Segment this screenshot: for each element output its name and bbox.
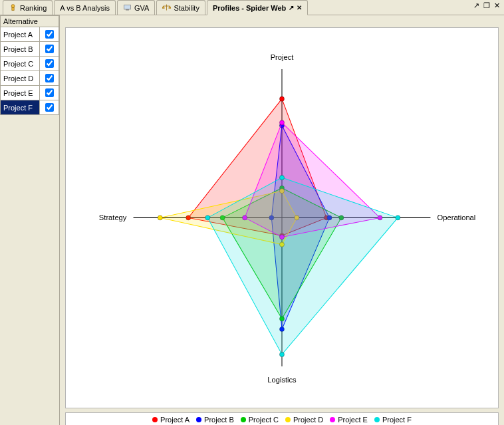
legend-swatch [285, 417, 291, 422]
close-tab-icon[interactable]: ✕ [297, 4, 302, 11]
scale-icon [162, 3, 171, 12]
data-point [205, 215, 210, 220]
svg-point-0 [11, 5, 15, 8]
alternative-checkbox-cell[interactable] [40, 42, 59, 57]
axis-label-bottom: Logistics [267, 376, 297, 384]
table-row[interactable]: Project D [1, 71, 59, 86]
alternative-checkbox-cell[interactable] [40, 27, 59, 42]
body: Alternative Project AProject BProject CP… [0, 15, 504, 425]
table-row[interactable]: Project B [1, 42, 59, 57]
tab-label: GVA [134, 4, 149, 12]
table-row[interactable]: Project F [1, 100, 59, 115]
alternative-checkbox[interactable] [45, 59, 54, 68]
legend: Project AProject BProject CProject DProj… [65, 412, 499, 425]
legend-item[interactable]: Project E [330, 416, 368, 424]
tab-gva[interactable]: GVA [117, 0, 155, 15]
alternative-checkbox[interactable] [45, 103, 54, 112]
alternatives-table: Alternative Project AProject BProject CP… [0, 15, 59, 115]
legend-label: Project F [382, 416, 412, 424]
axis-label-left: Strategy [99, 213, 127, 221]
alternative-checkbox-cell[interactable] [40, 86, 59, 100]
tab-label: A vs B Analysis [60, 4, 110, 12]
legend-item[interactable]: Project D [285, 416, 323, 424]
data-point [396, 215, 400, 220]
spider-svg: ProjectOperationalLogisticsStrategy [66, 28, 498, 408]
window-controls: ↗ ❐ ✕ [472, 1, 501, 10]
legend-item[interactable]: Project C [241, 416, 279, 424]
alternative-name[interactable]: Project E [1, 86, 40, 100]
monitor-icon [123, 3, 132, 12]
legend-label: Project E [338, 416, 368, 424]
data-point [158, 215, 162, 220]
legend-label: Project B [204, 416, 234, 424]
alternative-checkbox[interactable] [45, 74, 54, 82]
table-row[interactable]: Project C [1, 57, 59, 71]
spider-chart: ProjectOperationalLogisticsStrategy [65, 27, 499, 408]
alternative-name[interactable]: Project B [1, 42, 40, 57]
chart-area: ProjectOperationalLogisticsStrategy Proj… [60, 15, 504, 425]
legend-label: Project D [293, 416, 323, 424]
data-point [279, 175, 284, 180]
tab-profiles-spider[interactable]: Profiles - Spider Web ↗ ✕ [207, 0, 308, 15]
axis-label-top: Project [271, 53, 295, 61]
legend-label: Project A [160, 416, 189, 424]
data-point [279, 352, 284, 356]
data-point [279, 120, 284, 125]
data-point [279, 96, 284, 101]
svg-rect-1 [12, 8, 14, 11]
legend-item[interactable]: Project B [196, 416, 234, 424]
tab-avb[interactable]: A vs B Analysis [54, 0, 116, 15]
tab-ranking[interactable]: Ranking [3, 0, 53, 15]
alternative-checkbox[interactable] [45, 30, 54, 39]
close-window-icon[interactable]: ✕ [493, 1, 501, 10]
alternative-checkbox-cell[interactable] [40, 57, 59, 71]
detach-window-icon[interactable]: ↗ [472, 1, 481, 10]
tab-label: Profiles - Spider Web [213, 4, 286, 12]
alternatives-header[interactable]: Alternative [1, 16, 59, 27]
tab-label: Ranking [20, 4, 47, 12]
alternative-checkbox[interactable] [45, 88, 54, 97]
legend-swatch [241, 417, 246, 422]
alternative-name[interactable]: Project F [1, 100, 40, 115]
alternative-checkbox-cell[interactable] [40, 71, 59, 86]
series-polygon [207, 178, 398, 354]
legend-swatch [196, 417, 201, 422]
legend-item[interactable]: Project A [152, 416, 189, 424]
legend-label: Project C [249, 416, 279, 424]
svg-rect-2 [124, 5, 131, 9]
alternative-name[interactable]: Project C [1, 57, 40, 71]
legend-item[interactable]: Project F [374, 416, 412, 424]
svg-rect-3 [126, 9, 129, 11]
trophy-icon [9, 3, 17, 12]
legend-swatch [374, 417, 380, 422]
detach-icon[interactable]: ↗ [289, 4, 294, 11]
tab-bar: Ranking A vs B Analysis GVA Stability Pr… [0, 0, 504, 15]
legend-swatch [330, 417, 335, 422]
minimize-window-icon[interactable]: ❐ [482, 1, 491, 10]
alternative-name[interactable]: Project A [1, 27, 40, 42]
alternative-checkbox[interactable] [45, 45, 54, 53]
tab-stability[interactable]: Stability [156, 0, 205, 15]
table-row[interactable]: Project E [1, 86, 59, 100]
axis-label-right: Operational [438, 213, 476, 221]
tab-label: Stability [174, 4, 199, 12]
sidebar: Alternative Project AProject BProject CP… [0, 15, 60, 425]
alternative-name[interactable]: Project D [1, 71, 40, 86]
alternative-checkbox-cell[interactable] [40, 100, 59, 115]
app-window: Ranking A vs B Analysis GVA Stability Pr… [0, 0, 504, 425]
legend-swatch [152, 417, 158, 422]
table-row[interactable]: Project A [1, 27, 59, 42]
